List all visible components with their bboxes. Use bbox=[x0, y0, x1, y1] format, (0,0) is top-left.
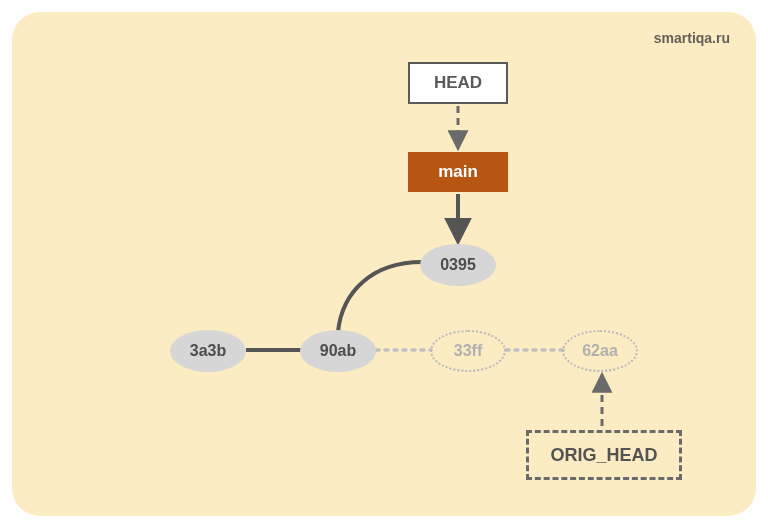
commit-0395: 0395 bbox=[420, 244, 496, 286]
commit-90ab: 90ab bbox=[300, 330, 376, 372]
commit-33ff: 33ff bbox=[430, 330, 506, 372]
watermark: smartiqa.ru bbox=[654, 30, 730, 46]
main-branch: main bbox=[408, 152, 508, 192]
commit-62aa: 62aa bbox=[562, 330, 638, 372]
head-ref: HEAD bbox=[408, 62, 508, 104]
commit-3a3b: 3a3b bbox=[170, 330, 246, 372]
orig-head-ref: ORIG_HEAD bbox=[526, 430, 682, 480]
diagram-canvas: smartiqa.ru HEAD main 0395 3a3b 90ab 33f… bbox=[12, 12, 756, 516]
